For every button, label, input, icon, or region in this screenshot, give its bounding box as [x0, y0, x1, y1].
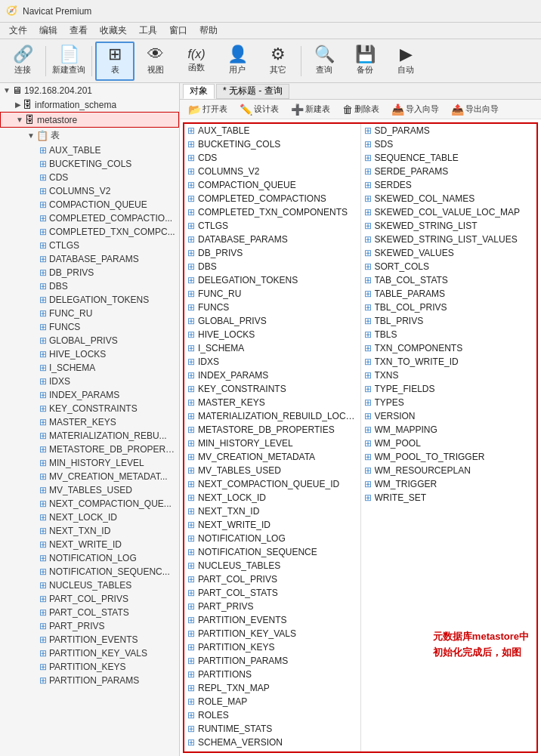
other-btn[interactable]: ⚙ 其它: [258, 42, 298, 81]
table-row[interactable]: ⊞PART_COL_STATS: [184, 586, 360, 600]
tab-objects[interactable]: 对象: [183, 84, 215, 99]
table-row[interactable]: ⊞DB_PRIVS: [184, 246, 360, 260]
table-row[interactable]: ⊞METASTORE_DB_PROPERTIES: [184, 423, 360, 437]
tree-table-notification-log[interactable]: ⊞NOTIFICATION_LOG: [0, 551, 179, 565]
tree-table-min-history-level[interactable]: ⊞MIN_HISTORY_LEVEL: [0, 456, 179, 470]
tree-table-idxs[interactable]: ⊞IDXS: [0, 375, 179, 388]
table-row[interactable]: ⊞TBL_PRIVS: [361, 314, 537, 328]
table-row[interactable]: ⊞SKEWED_COL_VALUE_LOC_MAP: [361, 205, 537, 219]
tree-table-next-compaction-que---[interactable]: ⊞NEXT_COMPACTION_QUE...: [0, 497, 179, 511]
menu-item-窗口[interactable]: 窗口: [163, 23, 193, 39]
table-row[interactable]: ⊞VERSION: [361, 409, 537, 423]
tree-table-index-params[interactable]: ⊞INDEX_PARAMS: [0, 388, 179, 402]
tables-group[interactable]: ▼ 📋 表: [0, 128, 179, 143]
table-row[interactable]: ⊞MASTER_KEYS: [184, 396, 360, 409]
table-row[interactable]: ⊞CTLGS: [184, 219, 360, 233]
tree-table-part-col-privs[interactable]: ⊞PART_COL_PRIVS: [0, 592, 179, 606]
table-row[interactable]: ⊞PARTITIONS: [184, 668, 360, 681]
tree-table-next-lock-id[interactable]: ⊞NEXT_LOCK_ID: [0, 511, 179, 524]
table-row[interactable]: ⊞WM_TRIGGER: [361, 477, 537, 491]
table-row[interactable]: ⊞PART_PRIVS: [184, 600, 360, 613]
table-row[interactable]: ⊞PARTITION_KEYS: [184, 640, 360, 654]
menu-item-帮助[interactable]: 帮助: [193, 23, 224, 39]
table-row[interactable]: ⊞NOTIFICATION_LOG: [184, 532, 360, 545]
menu-item-编辑[interactable]: 编辑: [33, 23, 63, 39]
delete-table-btn[interactable]: 🗑 删除表: [337, 101, 385, 118]
table-row[interactable]: ⊞NEXT_COMPACTION_QUEUE_ID: [184, 477, 360, 491]
func-btn[interactable]: f(x) 函数: [177, 42, 216, 81]
table-row[interactable]: ⊞NEXT_TXN_ID: [184, 505, 360, 518]
tree-table-i-schema[interactable]: ⊞I_SCHEMA: [0, 361, 179, 375]
table-row[interactable]: ⊞FUNC_RU: [184, 287, 360, 301]
table-row[interactable]: ⊞SKEWED_COL_NAMES: [361, 192, 537, 205]
table-row[interactable]: ⊞DATABASE_PARAMS: [184, 233, 360, 246]
table-row[interactable]: ⊞I_SCHEMA: [184, 341, 360, 355]
tree-table-metastore-db-propert---[interactable]: ⊞METASTORE_DB_PROPERT...: [0, 443, 179, 456]
table-row[interactable]: ⊞ROLES: [184, 708, 360, 722]
table-row[interactable]: ⊞TBLS: [361, 328, 537, 341]
tree-table-next-write-id[interactable]: ⊞NEXT_WRITE_ID: [0, 538, 179, 551]
table-row[interactable]: ⊞SERDE_PARAMS: [361, 165, 537, 178]
table-row[interactable]: ⊞RUNTIME_STATS: [184, 722, 360, 736]
table-row[interactable]: ⊞REPL_TXN_MAP: [184, 681, 360, 695]
table-row[interactable]: ⊞SKEWED_STRING_LIST_VALUES: [361, 233, 537, 246]
table-row[interactable]: ⊞NUCLEUS_TABLES: [184, 559, 360, 572]
tree-table-compaction-queue[interactable]: ⊞COMPACTION_QUEUE: [0, 198, 179, 211]
table-row[interactable]: ⊞WM_POOL_TO_TRIGGER: [361, 450, 537, 464]
table-row[interactable]: ⊞SEQUENCE_TABLE: [361, 151, 537, 165]
tree-table-hive-locks[interactable]: ⊞HIVE_LOCKS: [0, 347, 179, 361]
table-row[interactable]: ⊞GLOBAL_PRIVS: [184, 314, 360, 328]
table-row[interactable]: ⊞BUCKETING_COLS: [184, 137, 360, 151]
table-row[interactable]: ⊞ROLE_MAP: [184, 695, 360, 708]
table-row[interactable]: ⊞MV_TABLES_USED: [184, 464, 360, 477]
table-row[interactable]: ⊞NEXT_LOCK_ID: [184, 491, 360, 505]
export-wizard-btn[interactable]: 📤 导出向导: [446, 101, 504, 118]
tree-table-funcs[interactable]: ⊞FUNCS: [0, 320, 179, 334]
table-row[interactable]: ⊞SKEWED_STRING_LIST: [361, 219, 537, 233]
table-row[interactable]: ⊞DELEGATION_TOKENS: [184, 273, 360, 287]
tree-table-bucketing-cols[interactable]: ⊞BUCKETING_COLS: [0, 157, 179, 171]
design-table-btn[interactable]: ✏️ 设计表: [234, 101, 284, 118]
table-row[interactable]: ⊞TABLE_PARAMS: [361, 287, 537, 301]
connect-btn[interactable]: 🔗 连接: [3, 42, 42, 81]
tree-table-completed-compactio---[interactable]: ⊞COMPLETED_COMPACTIO...: [0, 211, 179, 225]
table-row[interactable]: ⊞PARTITION_EVENTS: [184, 613, 360, 627]
tree-table-database-params[interactable]: ⊞DATABASE_PARAMS: [0, 252, 179, 266]
table-row[interactable]: ⊞SDS: [361, 137, 537, 151]
tree-table-db-privs[interactable]: ⊞DB_PRIVS: [0, 266, 179, 279]
tree-table-global-privs[interactable]: ⊞GLOBAL_PRIVS: [0, 334, 179, 347]
db-information-schema[interactable]: ▶ 🗄 information_schema: [0, 97, 179, 112]
connection-node[interactable]: ▼ 🖥 192.168.204.201: [0, 83, 179, 97]
table-row[interactable]: ⊞NEXT_WRITE_ID: [184, 518, 360, 532]
tree-table-completed-txn-compc---[interactable]: ⊞COMPLETED_TXN_COMPC...: [0, 225, 179, 239]
menu-item-查看[interactable]: 查看: [63, 23, 94, 39]
table-row[interactable]: ⊞TYPE_FIELDS: [361, 382, 537, 396]
table-row[interactable]: ⊞TXNS: [361, 369, 537, 382]
table-row[interactable]: ⊞TXN_COMPONENTS: [361, 341, 537, 355]
backup-btn[interactable]: 💾 备份: [345, 42, 385, 81]
table-row[interactable]: ⊞PARTITION_PARAMS: [184, 654, 360, 668]
table-row[interactable]: ⊞CDS: [184, 151, 360, 165]
tree-table-key-constraints[interactable]: ⊞KEY_CONSTRAINTS: [0, 402, 179, 415]
table-row[interactable]: ⊞AUX_TABLE: [184, 124, 360, 137]
table-row[interactable]: ⊞KEY_CONSTRAINTS: [184, 382, 360, 396]
tree-table-delegation-tokens[interactable]: ⊞DELEGATION_TOKENS: [0, 293, 179, 307]
table-row[interactable]: ⊞SERDES: [361, 178, 537, 192]
auto-btn[interactable]: ▶ 自动: [386, 42, 425, 81]
open-table-btn[interactable]: 📂 打开表: [183, 101, 233, 118]
table-row[interactable]: ⊞SORT_COLS: [361, 260, 537, 273]
tree-table-materialization-rebu---[interactable]: ⊞MATERIALIZATION_REBU...: [0, 429, 179, 443]
tree-table-partition-key-vals[interactable]: ⊞PARTITION_KEY_VALS: [0, 646, 179, 660]
table-row[interactable]: ⊞WM_MAPPING: [361, 423, 537, 437]
table-row[interactable]: ⊞MIN_HISTORY_LEVEL: [184, 437, 360, 450]
table-row[interactable]: ⊞NOTIFICATION_SEQUENCE: [184, 545, 360, 559]
tree-table-func-ru[interactable]: ⊞FUNC_RU: [0, 307, 179, 320]
table-row[interactable]: ⊞MATERIALIZATION_REBUILD_LOCKS: [184, 409, 360, 423]
tree-table-partition-events[interactable]: ⊞PARTITION_EVENTS: [0, 633, 179, 646]
menu-item-工具[interactable]: 工具: [133, 23, 163, 39]
tree-table-next-txn-id[interactable]: ⊞NEXT_TXN_ID: [0, 524, 179, 538]
table-row[interactable]: ⊞HIVE_LOCKS: [184, 328, 360, 341]
tree-table-dbs[interactable]: ⊞DBS: [0, 279, 179, 293]
user-btn[interactable]: 👤 用户: [218, 42, 257, 81]
table-btn[interactable]: ⊞ 表: [95, 42, 134, 81]
